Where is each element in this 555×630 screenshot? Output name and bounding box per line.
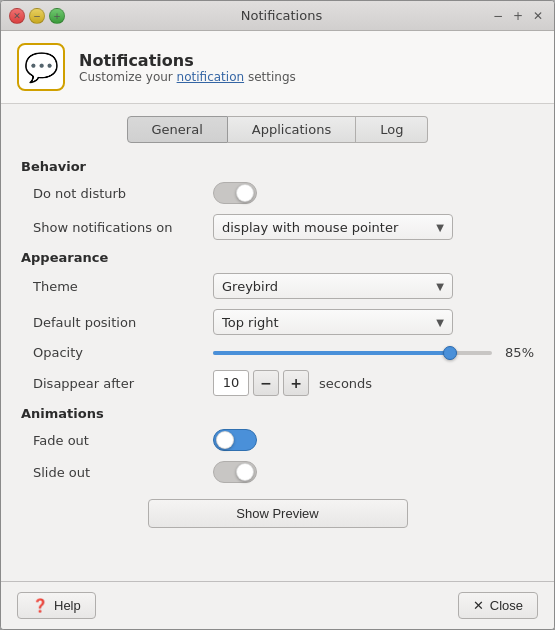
disappear-after-unit: seconds: [319, 376, 372, 391]
default-position-dropdown[interactable]: Top right ▼: [213, 309, 453, 335]
opacity-label: Opacity: [33, 345, 213, 360]
fade-out-row: Fade out: [21, 429, 534, 451]
fade-out-label: Fade out: [33, 433, 213, 448]
disappear-after-row: Disappear after 10 − + seconds: [21, 370, 534, 396]
app-subtitle: Customize your notification settings: [79, 70, 296, 84]
stepper-increase-button[interactable]: +: [283, 370, 309, 396]
theme-dropdown[interactable]: Greybird ▼: [213, 273, 453, 299]
app-title: Notifications: [79, 51, 296, 70]
tabs: General Applications Log: [21, 116, 534, 143]
theme-row: Theme Greybird ▼: [21, 273, 534, 299]
opacity-slider-track[interactable]: [213, 351, 492, 355]
opacity-value: 85%: [502, 345, 534, 360]
titlebar-minimize-icon[interactable]: −: [490, 8, 506, 24]
default-position-control: Top right ▼: [213, 309, 534, 335]
opacity-slider-container: 85%: [213, 345, 534, 360]
opacity-row: Opacity 85%: [21, 345, 534, 360]
notification-icon: 💬: [24, 51, 59, 84]
show-notifications-control: display with mouse pointer ▼: [213, 214, 534, 240]
help-button[interactable]: ❓ Help: [17, 592, 96, 619]
content-area: General Applications Log Behavior Do not…: [1, 104, 554, 581]
do-not-disturb-knob: [236, 184, 254, 202]
close-label: Close: [490, 598, 523, 613]
titlebar-close-icon[interactable]: ✕: [530, 8, 546, 24]
chevron-down-icon: ▼: [436, 281, 444, 292]
help-label: Help: [54, 598, 81, 613]
disappear-after-label: Disappear after: [33, 376, 213, 391]
app-icon: 💬: [17, 43, 65, 91]
show-notifications-dropdown[interactable]: display with mouse pointer ▼: [213, 214, 453, 240]
opacity-control: 85%: [213, 345, 534, 360]
titlebar-controls: ✕ − +: [9, 8, 65, 24]
theme-label: Theme: [33, 279, 213, 294]
behavior-section-label: Behavior: [21, 159, 534, 174]
appearance-section-label: Appearance: [21, 250, 534, 265]
close-icon: ✕: [473, 598, 484, 613]
default-position-label: Default position: [33, 315, 213, 330]
question-mark-icon: ❓: [32, 598, 48, 613]
show-notifications-row: Show notifications on display with mouse…: [21, 214, 534, 240]
disappear-after-control: 10 − + seconds: [213, 370, 534, 396]
theme-control: Greybird ▼: [213, 273, 534, 299]
do-not-disturb-control: [213, 182, 534, 204]
fade-out-control: [213, 429, 534, 451]
opacity-slider-fill: [213, 351, 450, 355]
slide-out-control: [213, 461, 534, 483]
header: 💬 Notifications Customize your notificat…: [1, 31, 554, 104]
disappear-after-value: 10: [213, 370, 249, 396]
titlebar-maximize-icon[interactable]: +: [510, 8, 526, 24]
do-not-disturb-toggle[interactable]: [213, 182, 257, 204]
fade-out-knob: [216, 431, 234, 449]
window-title: Notifications: [73, 8, 490, 23]
slide-out-row: Slide out: [21, 461, 534, 483]
chevron-down-icon: ▼: [436, 317, 444, 328]
chevron-down-icon: ▼: [436, 222, 444, 233]
footer: ❓ Help ✕ Close: [1, 581, 554, 629]
close-window-button[interactable]: ✕: [9, 8, 25, 24]
slide-out-label: Slide out: [33, 465, 213, 480]
show-notifications-label: Show notifications on: [33, 220, 213, 235]
show-notifications-value: display with mouse pointer: [222, 220, 436, 235]
notification-link[interactable]: notification: [177, 70, 244, 84]
titlebar: ✕ − + Notifications − + ✕: [1, 1, 554, 31]
maximize-window-button[interactable]: +: [49, 8, 65, 24]
stepper-decrease-button[interactable]: −: [253, 370, 279, 396]
slide-out-knob: [236, 463, 254, 481]
disappear-after-stepper: 10 − + seconds: [213, 370, 372, 396]
titlebar-right: − + ✕: [490, 8, 546, 24]
slide-out-toggle[interactable]: [213, 461, 257, 483]
show-preview-button[interactable]: Show Preview: [148, 499, 408, 528]
tab-log[interactable]: Log: [356, 116, 428, 143]
close-button[interactable]: ✕ Close: [458, 592, 538, 619]
do-not-disturb-label: Do not disturb: [33, 186, 213, 201]
minimize-window-button[interactable]: −: [29, 8, 45, 24]
tab-applications[interactable]: Applications: [228, 116, 356, 143]
opacity-slider-thumb[interactable]: [443, 346, 457, 360]
do-not-disturb-row: Do not disturb: [21, 182, 534, 204]
default-position-value: Top right: [222, 315, 436, 330]
window: ✕ − + Notifications − + ✕ 💬 Notification…: [0, 0, 555, 630]
fade-out-toggle[interactable]: [213, 429, 257, 451]
header-text: Notifications Customize your notificatio…: [79, 51, 296, 84]
animations-section-label: Animations: [21, 406, 534, 421]
default-position-row: Default position Top right ▼: [21, 309, 534, 335]
tab-general[interactable]: General: [127, 116, 228, 143]
theme-value: Greybird: [222, 279, 436, 294]
